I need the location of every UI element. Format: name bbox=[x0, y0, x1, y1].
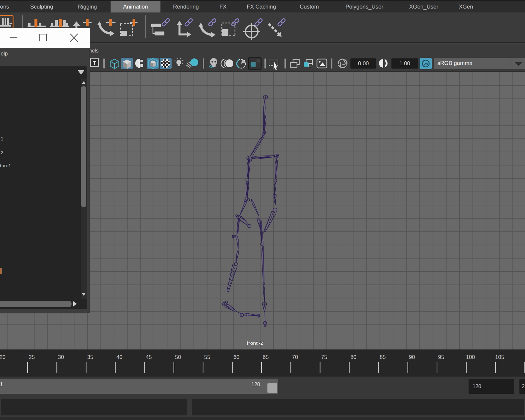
svg-text:front -Z: front -Z bbox=[247, 341, 263, 346]
svg-text:30: 30 bbox=[58, 354, 64, 360]
svg-text:40: 40 bbox=[116, 354, 122, 360]
svg-text:85: 85 bbox=[380, 354, 386, 360]
svg-text:35: 35 bbox=[87, 354, 93, 360]
svg-text:ON: ON bbox=[424, 62, 428, 65]
svg-text:50: 50 bbox=[175, 354, 181, 360]
svg-text:25: 25 bbox=[29, 354, 35, 360]
svg-text:95: 95 bbox=[438, 354, 444, 360]
svg-text:105: 105 bbox=[495, 354, 504, 360]
svg-text:65: 65 bbox=[263, 354, 269, 360]
svg-text:60: 60 bbox=[233, 354, 239, 360]
svg-text:45: 45 bbox=[146, 354, 152, 360]
svg-text:55: 55 bbox=[204, 354, 210, 360]
svg-text:80: 80 bbox=[350, 354, 356, 360]
svg-text:T: T bbox=[93, 60, 96, 66]
svg-text:75: 75 bbox=[321, 354, 327, 360]
svg-text:90: 90 bbox=[409, 354, 415, 360]
svg-text:100: 100 bbox=[466, 354, 475, 360]
svg-text:70: 70 bbox=[292, 354, 298, 360]
svg-text:20: 20 bbox=[0, 354, 6, 360]
